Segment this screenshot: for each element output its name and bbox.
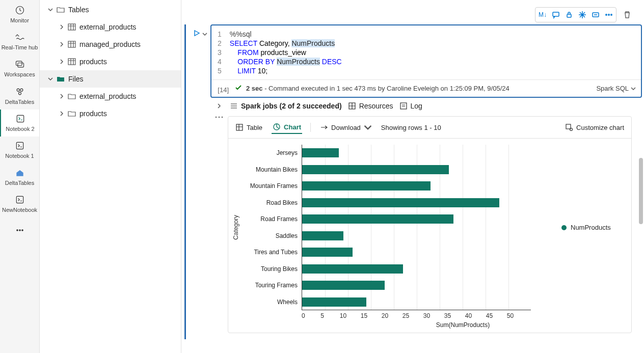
tree-label: external_products [79,92,136,100]
svg-rect-13 [68,41,75,47]
chart-output-panel: Table Chart Download Showing rows 1 - 10… [228,116,632,333]
cell-active-indicator [184,24,186,339]
rail-deltatables-2[interactable]: DeltaTables [0,164,39,191]
tab-table[interactable]: Table [234,121,263,133]
chart-bar [302,231,343,240]
rail-newnotebook[interactable]: NewNotebook [0,191,39,218]
rail-workspaces[interactable]: Workspaces [0,55,39,82]
svg-point-18 [606,14,607,15]
rail-deltatables-1[interactable]: DeltaTables [0,83,39,110]
svg-rect-31 [566,124,571,129]
rail-label: Workspaces [4,71,35,78]
language-picker[interactable]: Spark SQL [596,85,636,92]
rail-monitor[interactable]: Monitor [0,1,39,28]
rail-label: NewNotebook [2,207,37,213]
tree-table-item[interactable]: managed_products [40,36,181,53]
more-icon [14,224,26,236]
svg-point-19 [608,14,609,15]
chart-toolbar: Table Chart Download Showing rows 1 - 10… [228,117,631,139]
log[interactable]: Log [399,102,422,110]
scrollbar-thumb[interactable] [639,158,643,224]
resources[interactable]: Resources [348,102,393,110]
chevron-right-icon[interactable] [214,103,224,108]
tree-file-item[interactable]: external_products [40,88,181,105]
rail-notebook-2[interactable]: Notebook 2 [0,110,39,137]
chart-bar [302,248,353,257]
success-icon [235,84,242,93]
legend-swatch [561,225,567,230]
collapse-button[interactable] [589,8,602,21]
svg-point-27 [219,117,220,118]
realtime-icon [14,31,26,43]
chevron-right-icon [57,42,66,47]
delete-cell-button[interactable] [621,8,634,21]
resources-icon [348,102,356,110]
rows-showing: Showing rows 1 - 10 [381,124,441,131]
chart-bar [302,181,431,191]
deltatables-icon [14,86,26,98]
chart-bar [302,198,499,207]
run-cell-button[interactable] [193,30,200,39]
chart-bar [302,297,366,307]
svg-rect-8 [16,197,23,203]
tree-tables[interactable]: Tables [40,1,181,18]
svg-rect-1 [16,62,22,66]
tree-label: products [79,110,107,118]
convert-button[interactable] [549,8,562,21]
rail-more[interactable] [0,221,39,241]
svg-rect-12 [68,24,75,30]
chart-body: Category JerseysMountain BikesMountain F… [228,139,631,312]
rail-realtime[interactable]: Real-Time hub [0,28,39,55]
freeze-button[interactable] [576,8,589,21]
svg-rect-22 [400,103,407,109]
cell-toolbar-box: M↓ [535,7,616,22]
svg-point-3 [17,89,19,91]
more-button[interactable] [602,8,615,21]
svg-rect-15 [553,12,559,16]
tab-chart[interactable]: Chart [272,121,302,134]
comment-icon [552,11,560,19]
trash-icon [623,11,631,19]
chevron-down-icon [46,76,55,82]
code-editor[interactable]: 12345 %%sql SELECT Category, NumProducts… [210,24,642,98]
folder-icon [66,110,77,118]
code-cell: 12345 %%sql SELECT Category, NumProducts… [181,24,644,339]
svg-rect-29 [236,124,243,130]
download-button[interactable]: Download [319,121,373,133]
line-numbers: 12345 [218,30,230,75]
folder-icon [55,75,66,83]
snowflake-icon [578,11,586,19]
rail-notebook-1[interactable]: Notebook 1 [0,137,39,164]
customize-chart-button[interactable]: Customize chart [564,121,625,133]
markdown-button[interactable]: M↓ [536,8,549,21]
svg-rect-6 [17,115,23,122]
svg-point-10 [19,229,20,231]
svg-rect-16 [567,14,571,17]
rail-label: Notebook 1 [5,153,34,159]
tree-table-item[interactable]: products [40,53,181,70]
cell-toolbar: M↓ [181,4,644,24]
chart-bar [302,148,339,157]
run-menu-button[interactable] [202,30,207,39]
tree-files[interactable]: Files [40,70,181,88]
chevron-right-icon [57,111,66,116]
spark-jobs[interactable]: Spark jobs (2 of 2 succeeded) [230,102,342,110]
collapse-icon [592,11,600,19]
tree-file-item[interactable]: products [40,105,181,122]
svg-point-5 [18,92,21,94]
x-tick-labels: 05101520253035404550 [228,312,631,319]
cell-collapse-handle[interactable] [210,114,228,339]
tree-table-item[interactable]: external_products [40,18,181,36]
x-axis-title: Sum(NumProducts) [228,319,631,333]
chevron-right-icon [57,24,66,30]
rail-label: DeltaTables [5,180,34,186]
rail-label: Monitor [10,17,29,24]
explorer-panel: Tables external_products managed_product… [40,0,181,353]
chevron-right-icon [57,59,66,64]
notebook-icon [14,140,26,152]
lock-button[interactable] [562,8,576,21]
cell-status: [14] 2 sec - Command executed in 1 sec 4… [211,79,641,97]
svg-point-26 [216,117,217,118]
notebook-main: M↓ 12345 %%sql SELECT Category, NumProdu… [181,0,644,353]
tree-label: Tables [68,6,89,14]
